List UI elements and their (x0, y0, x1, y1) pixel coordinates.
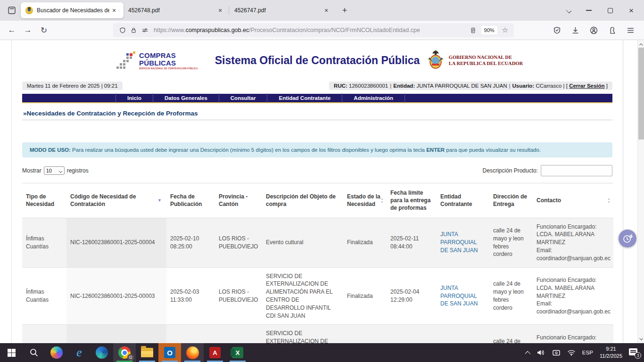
taskbar-copilot-button[interactable] (45, 343, 68, 362)
sort-both-icon: ▲▼ (380, 197, 384, 204)
protections-shield-icon[interactable] (553, 26, 561, 34)
nav-item-inicio[interactable]: Inicio (116, 93, 153, 103)
taskbar-acrobat-button[interactable]: A (204, 343, 226, 362)
volume-icon[interactable] (537, 349, 545, 356)
cell-fecha-limite: 2025-02-04 12:29:00 (387, 267, 437, 325)
cell-codigo: NIC-1260023860001-2025-00004 (66, 218, 166, 267)
col-header-provincia[interactable]: Provincia - Cantón (215, 183, 262, 218)
reader-view-icon[interactable] (470, 27, 476, 34)
entidad-link[interactable]: JUNTA PARROQUIAL DE SAN JUAN (440, 342, 478, 343)
menu-hamburger-icon[interactable] (627, 26, 635, 34)
desktop-screen: Buscador de Necesidades de C × 4526748.p… (0, 0, 644, 362)
nav-item-entidad-contratante[interactable]: Entidad Contratante (267, 93, 342, 103)
tab-close-icon[interactable]: × (322, 6, 331, 15)
search-icon (29, 348, 39, 357)
nav-item-consultar[interactable]: Consultar (219, 93, 267, 103)
list-all-tabs-icon[interactable] (566, 8, 572, 13)
firefox-view-button[interactable] (5, 3, 19, 17)
forward-button[interactable]: → (21, 23, 35, 37)
language-indicator[interactable]: ESP (582, 350, 593, 355)
nav-item-administracion[interactable]: Administración (342, 93, 405, 103)
taskbar-edge-button[interactable] (91, 343, 113, 362)
col-header-entidad[interactable]: Entidad Contratante (437, 183, 489, 218)
nav-item-datos-generales[interactable]: Datos Generales (153, 93, 219, 103)
url-text: https://www.compraspublicas.gob.ec/Proce… (154, 27, 468, 33)
window-maximize-button[interactable] (608, 8, 613, 13)
taskbar-excel-button[interactable]: X (226, 343, 249, 362)
windows-taskbar: e G O A X ESP 9:21 (0, 343, 644, 362)
cell-fecha-limite: 2025-02-11 08:44:00 (387, 218, 437, 267)
entidad-link[interactable]: JUNTA PARROQUIAL DE SAN JUAN (440, 231, 478, 254)
col-header-estado[interactable]: Estado de la Necesidad▲▼ (343, 183, 387, 218)
table-row: Ínfimas Cuantías NIC-1260023860001-2025-… (22, 267, 613, 325)
extensions-icon[interactable] (608, 26, 616, 34)
taskbar-internet-explorer-button[interactable]: e (68, 343, 91, 362)
cell-fecha-publicacion: 2025-02-10 08:25:00 (166, 218, 215, 267)
page-scrollbar[interactable] (637, 40, 644, 343)
toolbar-right-icons (553, 26, 639, 34)
chrome-profile-badge: G (127, 354, 134, 361)
col-header-tipo[interactable]: Tipo de Necesidad (22, 183, 66, 218)
records-per-page-select[interactable]: 10 (44, 166, 65, 175)
lock-icon[interactable] (131, 27, 137, 33)
site-title: Sistema Oficial de Contratación Pública (22, 54, 612, 67)
cell-fecha-publicacion: 2025-02-03 11:33:00 (166, 267, 215, 325)
cell-entidad: JUNTA PARROQUIAL DE SAN JUAN (437, 267, 489, 325)
windows-logo-icon (8, 349, 16, 357)
taskbar-search-button[interactable] (23, 343, 45, 362)
sort-desc-icon: ▼ (157, 197, 162, 203)
window-close-button[interactable]: × (629, 7, 634, 15)
page-zoom-indicator[interactable]: 90% (481, 26, 497, 34)
taskbar-firefox-button[interactable] (181, 343, 204, 362)
cell-codigo: NIC-1260023860001-2025-00002 (66, 325, 166, 343)
wifi-icon[interactable] (567, 349, 576, 356)
col-header-direccion[interactable]: Dirección de Entrega (489, 183, 533, 218)
sort-both-icon: ▲▼ (607, 197, 611, 204)
system-tray: ESP 9:21 11/2/2025 3 (526, 343, 644, 362)
start-button[interactable] (0, 343, 23, 362)
taskbar-file-explorer-button[interactable] (136, 343, 158, 362)
col-header-contacto[interactable]: Contacto▲▼ (533, 183, 613, 218)
permissions-icon[interactable] (141, 27, 149, 33)
new-tab-button[interactable]: + (338, 3, 352, 17)
account-icon[interactable] (590, 26, 598, 34)
main-navigation: Inicio Datos Generales Consultar Entidad… (22, 94, 612, 103)
window-minimize-button[interactable] (586, 10, 592, 11)
notification-center-button[interactable]: 3 (629, 348, 639, 357)
col-header-descripcion[interactable]: Descripción del Objeto de compra (262, 183, 343, 218)
scrollbar-down-icon[interactable] (638, 336, 644, 342)
downloads-icon[interactable] (571, 26, 579, 34)
page-title: »Necesidades de Contratación y Recepción… (22, 108, 612, 120)
url-bar[interactable]: https://www.compraspublicas.gob.ec/Proce… (113, 23, 514, 37)
tab-close-icon[interactable]: × (215, 6, 225, 15)
table-header-row: Tipo de Necesidad Código de Necesidad de… (22, 183, 613, 218)
tab-close-icon[interactable]: × (109, 6, 119, 15)
back-button[interactable]: ← (5, 23, 19, 37)
tracking-protection-shield-icon[interactable] (119, 27, 126, 34)
browser-tab-pdf-1[interactable]: 4526748.pdf × (124, 2, 230, 18)
edge-icon (96, 346, 108, 359)
col-header-fecha-limite[interactable]: Fecha límite para la entrega de proforma… (387, 183, 437, 218)
cell-contacto: Funcionario Encargado:LCDA. MABEL ARANA … (533, 325, 613, 343)
logout-link[interactable]: Cerrar Sesión (569, 83, 604, 89)
acrobat-icon: A (209, 347, 221, 358)
bookmark-star-icon[interactable]: ☆ (502, 26, 508, 34)
meet-now-icon[interactable] (552, 349, 561, 356)
reload-button[interactable]: ↻ (37, 23, 51, 37)
col-header-fecha-publicacion[interactable]: Fecha de Publicación (166, 183, 215, 218)
entidad-link[interactable]: JUNTA PARROQUIAL DE SAN JUAN (440, 285, 478, 307)
user-session-badge: RUC: 1260023860001|Entidad: JUNTA PARROQ… (329, 82, 612, 90)
browser-tab-active[interactable]: Buscador de Necesidades de C × (21, 2, 124, 18)
product-description-input[interactable] (541, 165, 612, 176)
government-text: GOBIERNO NACIONAL DE LA REPUBLICA DEL EC… (449, 54, 523, 66)
taskbar-chrome-button[interactable]: G (113, 343, 136, 362)
browser-tab-pdf-2[interactable]: 4526747.pdf × (230, 2, 336, 18)
col-header-codigo[interactable]: Código de Necesidad de Contratación▼ (66, 183, 166, 218)
cell-fecha-publicacion: 2025-01-31 11:20:00 (166, 325, 215, 343)
tray-show-hidden-icons-icon[interactable] (525, 351, 530, 356)
scrollbar-up-icon[interactable] (638, 41, 644, 48)
taskbar-clock[interactable]: 9:21 11/2/2025 (600, 346, 622, 360)
accessibility-widget-button[interactable] (619, 230, 636, 247)
taskbar-outlook-button[interactable]: O (158, 343, 181, 362)
scrollbar-thumb[interactable] (638, 48, 644, 140)
